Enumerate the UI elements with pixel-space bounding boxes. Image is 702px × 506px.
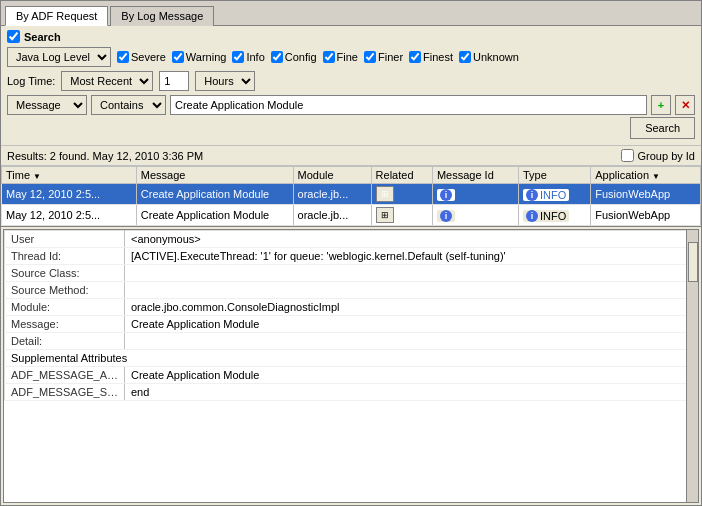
detail-row: Message:Create Application Module	[5, 316, 698, 333]
detail-label: Thread Id:	[5, 248, 125, 265]
detail-value: [ACTIVE].ExecuteThread: '1' for queue: '…	[125, 248, 698, 265]
add-filter-button[interactable]: +	[651, 95, 671, 115]
cell-application: FusionWebApp	[591, 205, 701, 226]
type-badge: i INFO	[523, 210, 569, 222]
table-row[interactable]: May 12, 2010 2:5...Create Application Mo…	[2, 184, 701, 205]
remove-icon: ✕	[681, 99, 690, 112]
detail-row: Source Method:	[5, 282, 698, 299]
cell-module: oracle.jb...	[293, 205, 371, 226]
tab-by-adf-request[interactable]: By ADF Request	[5, 6, 108, 26]
group-by-container: Group by Id	[621, 149, 695, 162]
log-level-row: Java Log Level Severe Warning Info Confi…	[7, 47, 695, 67]
col-header-application[interactable]: Application ▼	[591, 167, 701, 184]
checkbox-severe: Severe	[117, 51, 166, 63]
type-label: INFO	[540, 189, 566, 201]
col-header-module[interactable]: Module	[293, 167, 371, 184]
checkbox-unknown: Unknown	[459, 51, 519, 63]
log-time-label: Log Time:	[7, 75, 55, 87]
detail-label: Module:	[5, 299, 125, 316]
search-collapse-checkbox[interactable]	[7, 30, 20, 43]
group-by-id-checkbox[interactable]	[621, 149, 634, 162]
type-circle-icon: i	[526, 210, 538, 222]
results-summary: Results: 2 found. May 12, 2010 3:36 PM	[7, 150, 203, 162]
supplemental-label: Supplemental Attributes	[5, 350, 698, 367]
info-badge: i	[437, 189, 455, 201]
attribute-value: end	[125, 384, 698, 401]
search-section-header: Search	[7, 30, 695, 43]
cell-related: ⊞	[371, 184, 432, 205]
col-header-type[interactable]: Type	[518, 167, 590, 184]
filter-value-input[interactable]	[170, 95, 647, 115]
message-filter-row: Message Contains + ✕	[7, 95, 695, 115]
cell-application: FusionWebApp	[591, 184, 701, 205]
detail-label: Message:	[5, 316, 125, 333]
cell-message: Create Application Module	[136, 184, 293, 205]
detail-label: User	[5, 231, 125, 248]
related-icon[interactable]: ⊞	[376, 186, 394, 202]
tab-by-log-message[interactable]: By Log Message	[110, 6, 214, 26]
detail-row: Thread Id:[ACTIVE].ExecuteThread: '1' fo…	[5, 248, 698, 265]
cell-type: i INFO	[518, 205, 590, 226]
cell-related: ⊞	[371, 205, 432, 226]
table-row[interactable]: May 12, 2010 2:5...Create Application Mo…	[2, 205, 701, 226]
info-circle-icon: i	[440, 189, 452, 201]
checkbox-finer: Finer	[364, 51, 403, 63]
details-panel: User<anonymous>Thread Id:[ACTIVE].Execut…	[3, 229, 699, 503]
checkbox-fine: Fine	[323, 51, 358, 63]
main-container: By ADF Request By Log Message Search Jav…	[0, 0, 702, 506]
detail-label: Detail:	[5, 333, 125, 350]
cell-module: oracle.jb...	[293, 184, 371, 205]
detail-row: User<anonymous>	[5, 231, 698, 248]
results-table-container: Time Message Module Related Message Id	[1, 166, 701, 227]
cell-time: May 12, 2010 2:5...	[2, 184, 137, 205]
search-panel: Search Java Log Level Severe Warning Inf…	[1, 26, 701, 146]
scrollbar[interactable]	[686, 230, 698, 502]
detail-value	[125, 282, 698, 299]
checkbox-info: Info	[232, 51, 264, 63]
search-btn-row: Search	[7, 115, 695, 141]
tab-bar: By ADF Request By Log Message	[1, 1, 701, 26]
results-header: Results: 2 found. May 12, 2010 3:36 PM G…	[1, 146, 701, 166]
checkbox-config: Config	[271, 51, 317, 63]
cell-type: i INFO	[518, 184, 590, 205]
detail-value: Create Application Module	[125, 316, 698, 333]
remove-filter-button[interactable]: ✕	[675, 95, 695, 115]
details-table: User<anonymous>Thread Id:[ACTIVE].Execut…	[4, 230, 698, 401]
type-label: INFO	[540, 210, 566, 222]
results-table: Time Message Module Related Message Id	[1, 166, 701, 226]
col-header-message-id[interactable]: Message Id	[432, 167, 518, 184]
search-label: Search	[24, 31, 61, 43]
log-time-select[interactable]: Most Recent	[61, 71, 153, 91]
log-level-select[interactable]: Java Log Level	[7, 47, 111, 67]
detail-value: <anonymous>	[125, 231, 698, 248]
checkbox-warning: Warning	[172, 51, 227, 63]
detail-label: Source Method:	[5, 282, 125, 299]
cell-message: Create Application Module	[136, 205, 293, 226]
group-by-label: Group by Id	[638, 150, 695, 162]
checkbox-finest: Finest	[409, 51, 453, 63]
col-header-time[interactable]: Time	[2, 167, 137, 184]
cell-time: May 12, 2010 2:5...	[2, 205, 137, 226]
scrollbar-thumb	[688, 242, 698, 282]
log-time-row: Log Time: Most Recent Hours	[7, 71, 695, 91]
attribute-label: ADF_MESSAGE_STATUS	[5, 384, 125, 401]
search-button[interactable]: Search	[630, 117, 695, 139]
detail-value	[125, 265, 698, 282]
col-header-message[interactable]: Message	[136, 167, 293, 184]
attribute-row: ADF_MESSAGE_STATUSend	[5, 384, 698, 401]
attribute-row: ADF_MESSAGE_ACTION_NAMECreate Applicatio…	[5, 367, 698, 384]
info-badge: i	[437, 210, 455, 222]
detail-row: Detail:	[5, 333, 698, 350]
info-circle-icon: i	[440, 210, 452, 222]
table-header-row: Time Message Module Related Message Id	[2, 167, 701, 184]
log-time-unit-select[interactable]: Hours	[195, 71, 255, 91]
log-time-value-input[interactable]	[159, 71, 189, 91]
detail-value	[125, 333, 698, 350]
type-badge: i INFO	[523, 189, 569, 201]
filter-op-select[interactable]: Contains	[91, 95, 166, 115]
detail-row: Module:oracle.jbo.common.ConsoleDiagnost…	[5, 299, 698, 316]
related-icon[interactable]: ⊞	[376, 207, 394, 223]
filter-type-select[interactable]: Message	[7, 95, 87, 115]
col-header-related[interactable]: Related	[371, 167, 432, 184]
cell-message-id: i	[432, 184, 518, 205]
